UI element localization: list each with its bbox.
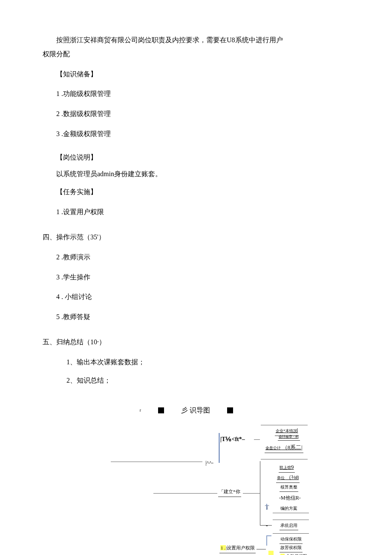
leaf-b1-left: 联上馆 [280, 465, 291, 470]
node-branch-mid: 「建立*你 [218, 488, 241, 497]
group-a-overline [261, 424, 308, 425]
conn-mid-vert [260, 461, 260, 525]
node-root: |^^- [205, 458, 214, 468]
mindmap-diagram: |^^- |T⅟₈<ft*– 「建立*你 1 .|设置用户权限 企业*本情况| … [43, 423, 349, 555]
group-b-underline [273, 512, 309, 513]
position-body: 以系统管理员admin身份建立账套。 [43, 168, 349, 180]
leaf-a3: 金盘公计 （8系二| [265, 442, 303, 453]
leaf-b4: -M他信R- [278, 494, 302, 503]
node-branch-bot-label: |设置用户权限 [226, 545, 255, 550]
position-heading: 【岗位说明】 [43, 151, 349, 164]
knowledge-item-2: 2 .数据级权限管理 [43, 108, 349, 120]
summary-heading: 五、归纳总结（10·） [43, 336, 349, 349]
leaf-c1: 承统启用 [280, 522, 298, 530]
group-b-overline [261, 459, 308, 459]
diagram-title-text: 彡 识导图 [181, 404, 210, 417]
leaf-b2-left: 单位 [277, 476, 285, 480]
leaf-b2: 单位 （³⁄₈8 [276, 472, 300, 483]
diagram-left-sub: r [140, 407, 141, 414]
knowledge-heading: 【知识储备】 [43, 68, 349, 81]
demo-item-1: 2 .教师演示 [43, 251, 349, 264]
conn-mid-left [243, 493, 260, 494]
demo-item-4: 5 .教师答疑 [43, 311, 349, 323]
leaf-a3-right: （8系二| [282, 444, 303, 450]
leaf-d1: 动保保权限 [280, 535, 303, 544]
leaf-b5: 编的方案 [280, 505, 298, 513]
node-branch-bot: 1 .|设置用户权限 [219, 544, 256, 553]
leaf-a2: 会计核章 · 求| [278, 434, 300, 441]
task-heading: 【任务实施】 [43, 186, 349, 198]
intro-line-2: 权限分配 [43, 48, 349, 61]
t-marker: T [265, 502, 269, 513]
blue-v-d [266, 535, 267, 546]
black-square-right-icon [227, 407, 233, 413]
leaf-d3: 金舞债权限 [280, 552, 308, 555]
knowledge-item-3: 3 .金额级权限管理 [43, 128, 349, 140]
diagram-title-row: r 彡 识导图 [43, 404, 349, 416]
group-c-overline [273, 519, 309, 520]
leaf-b1: 联上馆9 [279, 462, 295, 473]
mid-underline [153, 493, 217, 494]
demo-item-3: 4 . 小组讨论 [43, 291, 349, 303]
demo-item-2: 3 .学生操作 [43, 271, 349, 284]
root-underline [111, 461, 202, 462]
hl-bottom [268, 551, 274, 555]
leaf-a1-suffix: | [297, 427, 298, 433]
summary-item-1: 1、输出本次课账套数据； [43, 356, 349, 369]
summary-item-2: 2、知识总结； [43, 375, 349, 387]
task-item-1: 1 .设置用户权限 [43, 206, 349, 218]
demo-heading: 四、操作示范（35'） [43, 231, 349, 244]
conn-top [254, 439, 260, 440]
node-branch-top: |T⅟₈<ft*– [219, 434, 246, 445]
conn-d-h [257, 549, 266, 549]
leaf-a3-left: 金盘公计 [265, 446, 281, 450]
bluebar-top [219, 433, 220, 463]
leaf-d2: 故罟侯权限 [280, 544, 303, 552]
leaf-b3: 核算奥整 [280, 483, 298, 492]
leaf-b1-right: 9 [291, 464, 294, 470]
group-d-overline [273, 533, 309, 534]
black-square-left-icon [158, 407, 164, 413]
knowledge-item-1: 1 .功能级权限管理 [43, 88, 349, 100]
hl-1: 1 . [220, 545, 226, 550]
intro-line-1: 按照浙江安祥商贸有限公司岗位职责及内控要求，需要在U8系统中进行用户 [43, 34, 349, 46]
leaf-a1-text: 企业*本情况 [276, 429, 297, 433]
leaf-b2-right: （³⁄₈8 [286, 474, 299, 480]
conn-c-h [260, 525, 272, 526]
